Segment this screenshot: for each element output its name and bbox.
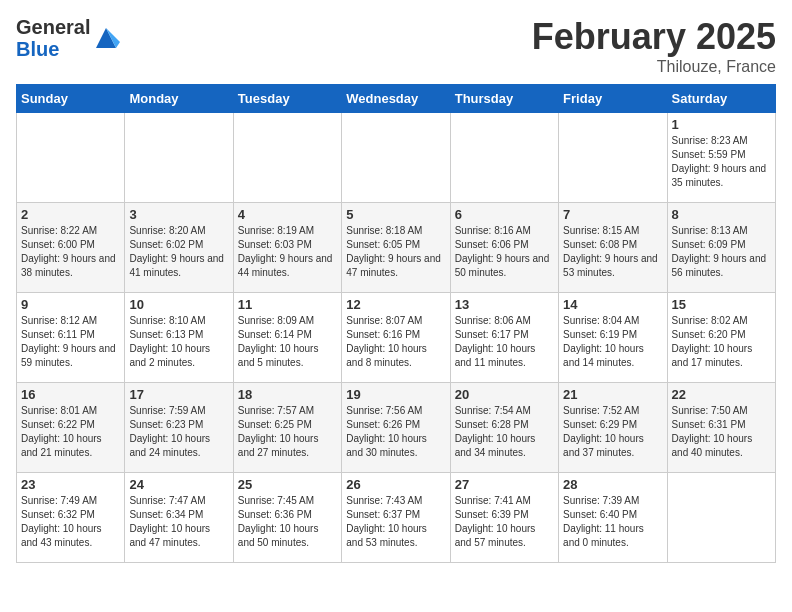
calendar-cell: 19Sunrise: 7:56 AM Sunset: 6:26 PM Dayli…	[342, 383, 450, 473]
day-number: 15	[672, 297, 771, 312]
day-info: Sunrise: 8:19 AM Sunset: 6:03 PM Dayligh…	[238, 224, 337, 280]
weekday-header-saturday: Saturday	[667, 85, 775, 113]
weekday-header-wednesday: Wednesday	[342, 85, 450, 113]
weekday-header-monday: Monday	[125, 85, 233, 113]
day-info: Sunrise: 7:50 AM Sunset: 6:31 PM Dayligh…	[672, 404, 771, 460]
day-info: Sunrise: 8:23 AM Sunset: 5:59 PM Dayligh…	[672, 134, 771, 190]
day-info: Sunrise: 7:39 AM Sunset: 6:40 PM Dayligh…	[563, 494, 662, 550]
calendar-cell: 5Sunrise: 8:18 AM Sunset: 6:05 PM Daylig…	[342, 203, 450, 293]
calendar-cell: 4Sunrise: 8:19 AM Sunset: 6:03 PM Daylig…	[233, 203, 341, 293]
day-info: Sunrise: 7:56 AM Sunset: 6:26 PM Dayligh…	[346, 404, 445, 460]
calendar-cell: 27Sunrise: 7:41 AM Sunset: 6:39 PM Dayli…	[450, 473, 558, 563]
day-number: 6	[455, 207, 554, 222]
calendar-cell: 8Sunrise: 8:13 AM Sunset: 6:09 PM Daylig…	[667, 203, 775, 293]
day-info: Sunrise: 8:16 AM Sunset: 6:06 PM Dayligh…	[455, 224, 554, 280]
calendar-table: SundayMondayTuesdayWednesdayThursdayFrid…	[16, 84, 776, 563]
calendar-cell: 14Sunrise: 8:04 AM Sunset: 6:19 PM Dayli…	[559, 293, 667, 383]
day-info: Sunrise: 8:09 AM Sunset: 6:14 PM Dayligh…	[238, 314, 337, 370]
title-area: February 2025 Thilouze, France	[532, 16, 776, 76]
day-number: 1	[672, 117, 771, 132]
day-number: 4	[238, 207, 337, 222]
day-info: Sunrise: 7:45 AM Sunset: 6:36 PM Dayligh…	[238, 494, 337, 550]
day-number: 19	[346, 387, 445, 402]
logo-icon	[92, 24, 120, 52]
header: General Blue February 2025 Thilouze, Fra…	[16, 16, 776, 76]
day-info: Sunrise: 8:01 AM Sunset: 6:22 PM Dayligh…	[21, 404, 120, 460]
weekday-header-sunday: Sunday	[17, 85, 125, 113]
day-number: 14	[563, 297, 662, 312]
calendar-week-1: 1Sunrise: 8:23 AM Sunset: 5:59 PM Daylig…	[17, 113, 776, 203]
calendar-cell	[559, 113, 667, 203]
day-number: 16	[21, 387, 120, 402]
weekday-header-tuesday: Tuesday	[233, 85, 341, 113]
day-number: 3	[129, 207, 228, 222]
weekday-header-thursday: Thursday	[450, 85, 558, 113]
day-info: Sunrise: 7:43 AM Sunset: 6:37 PM Dayligh…	[346, 494, 445, 550]
day-info: Sunrise: 8:02 AM Sunset: 6:20 PM Dayligh…	[672, 314, 771, 370]
calendar-cell: 11Sunrise: 8:09 AM Sunset: 6:14 PM Dayli…	[233, 293, 341, 383]
day-number: 27	[455, 477, 554, 492]
day-number: 18	[238, 387, 337, 402]
calendar-cell: 6Sunrise: 8:16 AM Sunset: 6:06 PM Daylig…	[450, 203, 558, 293]
calendar-week-5: 23Sunrise: 7:49 AM Sunset: 6:32 PM Dayli…	[17, 473, 776, 563]
calendar-cell	[125, 113, 233, 203]
calendar-cell	[233, 113, 341, 203]
calendar-cell: 22Sunrise: 7:50 AM Sunset: 6:31 PM Dayli…	[667, 383, 775, 473]
calendar-week-3: 9Sunrise: 8:12 AM Sunset: 6:11 PM Daylig…	[17, 293, 776, 383]
calendar-cell: 3Sunrise: 8:20 AM Sunset: 6:02 PM Daylig…	[125, 203, 233, 293]
month-title: February 2025	[532, 16, 776, 58]
calendar-cell: 23Sunrise: 7:49 AM Sunset: 6:32 PM Dayli…	[17, 473, 125, 563]
calendar-cell: 24Sunrise: 7:47 AM Sunset: 6:34 PM Dayli…	[125, 473, 233, 563]
calendar-cell: 1Sunrise: 8:23 AM Sunset: 5:59 PM Daylig…	[667, 113, 775, 203]
day-number: 20	[455, 387, 554, 402]
day-number: 8	[672, 207, 771, 222]
day-number: 13	[455, 297, 554, 312]
day-number: 11	[238, 297, 337, 312]
logo-text: General Blue	[16, 16, 90, 60]
day-number: 24	[129, 477, 228, 492]
calendar-cell: 9Sunrise: 8:12 AM Sunset: 6:11 PM Daylig…	[17, 293, 125, 383]
day-number: 9	[21, 297, 120, 312]
calendar-cell	[342, 113, 450, 203]
calendar-cell: 18Sunrise: 7:57 AM Sunset: 6:25 PM Dayli…	[233, 383, 341, 473]
day-info: Sunrise: 7:59 AM Sunset: 6:23 PM Dayligh…	[129, 404, 228, 460]
calendar-cell	[17, 113, 125, 203]
calendar-week-4: 16Sunrise: 8:01 AM Sunset: 6:22 PM Dayli…	[17, 383, 776, 473]
day-info: Sunrise: 8:15 AM Sunset: 6:08 PM Dayligh…	[563, 224, 662, 280]
day-info: Sunrise: 7:54 AM Sunset: 6:28 PM Dayligh…	[455, 404, 554, 460]
day-info: Sunrise: 8:07 AM Sunset: 6:16 PM Dayligh…	[346, 314, 445, 370]
day-info: Sunrise: 7:41 AM Sunset: 6:39 PM Dayligh…	[455, 494, 554, 550]
logo-general-text: General	[16, 16, 90, 38]
day-info: Sunrise: 8:20 AM Sunset: 6:02 PM Dayligh…	[129, 224, 228, 280]
day-info: Sunrise: 7:49 AM Sunset: 6:32 PM Dayligh…	[21, 494, 120, 550]
day-info: Sunrise: 8:18 AM Sunset: 6:05 PM Dayligh…	[346, 224, 445, 280]
day-number: 21	[563, 387, 662, 402]
calendar-cell: 13Sunrise: 8:06 AM Sunset: 6:17 PM Dayli…	[450, 293, 558, 383]
day-info: Sunrise: 8:06 AM Sunset: 6:17 PM Dayligh…	[455, 314, 554, 370]
logo: General Blue	[16, 16, 120, 60]
day-number: 22	[672, 387, 771, 402]
day-number: 5	[346, 207, 445, 222]
day-number: 7	[563, 207, 662, 222]
day-info: Sunrise: 7:57 AM Sunset: 6:25 PM Dayligh…	[238, 404, 337, 460]
day-number: 12	[346, 297, 445, 312]
day-info: Sunrise: 8:04 AM Sunset: 6:19 PM Dayligh…	[563, 314, 662, 370]
calendar-week-2: 2Sunrise: 8:22 AM Sunset: 6:00 PM Daylig…	[17, 203, 776, 293]
calendar-cell: 16Sunrise: 8:01 AM Sunset: 6:22 PM Dayli…	[17, 383, 125, 473]
location-title: Thilouze, France	[532, 58, 776, 76]
weekday-header-friday: Friday	[559, 85, 667, 113]
calendar-cell: 20Sunrise: 7:54 AM Sunset: 6:28 PM Dayli…	[450, 383, 558, 473]
day-number: 10	[129, 297, 228, 312]
day-number: 25	[238, 477, 337, 492]
calendar-cell: 2Sunrise: 8:22 AM Sunset: 6:00 PM Daylig…	[17, 203, 125, 293]
calendar-cell: 26Sunrise: 7:43 AM Sunset: 6:37 PM Dayli…	[342, 473, 450, 563]
logo-blue-text: Blue	[16, 38, 90, 60]
day-number: 28	[563, 477, 662, 492]
calendar-cell: 15Sunrise: 8:02 AM Sunset: 6:20 PM Dayli…	[667, 293, 775, 383]
day-info: Sunrise: 8:12 AM Sunset: 6:11 PM Dayligh…	[21, 314, 120, 370]
day-number: 26	[346, 477, 445, 492]
calendar-cell	[450, 113, 558, 203]
day-info: Sunrise: 8:10 AM Sunset: 6:13 PM Dayligh…	[129, 314, 228, 370]
calendar-cell: 28Sunrise: 7:39 AM Sunset: 6:40 PM Dayli…	[559, 473, 667, 563]
calendar-cell: 25Sunrise: 7:45 AM Sunset: 6:36 PM Dayli…	[233, 473, 341, 563]
